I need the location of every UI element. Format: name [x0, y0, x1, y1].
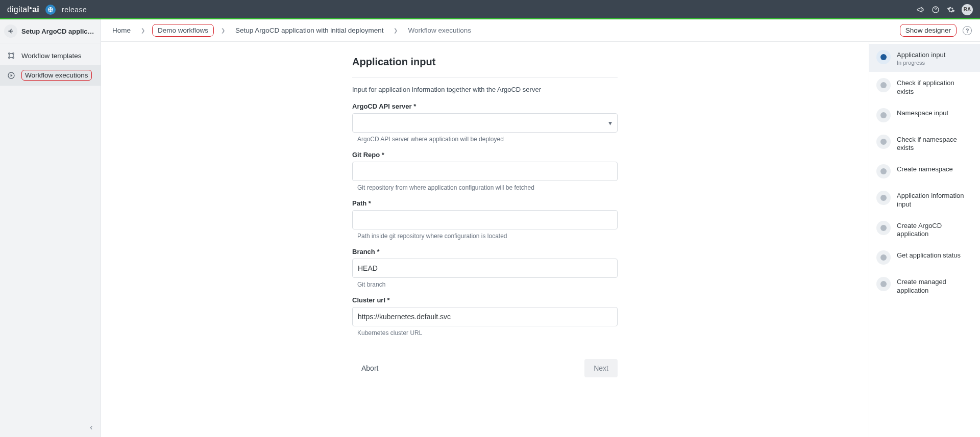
templates-icon: [7, 52, 15, 60]
field-branch: Branch * Git branch: [352, 248, 618, 288]
svg-point-2: [9, 53, 10, 55]
step-status-icon: [876, 164, 891, 178]
step-check-namespace-exists[interactable]: Check if namespace exists: [869, 128, 980, 159]
show-designer-button[interactable]: Show designer: [900, 24, 957, 37]
sidebar-title: Setup ArgoCD applica...: [21, 28, 95, 35]
field-label: ArgoCD API server *: [352, 102, 618, 110]
sidebar-back-button[interactable]: [4, 24, 17, 38]
sidebar-item-label: Workflow templates: [21, 52, 82, 60]
field-label: Cluster url *: [352, 296, 618, 304]
product-label: release: [62, 6, 87, 14]
step-status-icon: [876, 108, 891, 122]
branch-input[interactable]: [352, 259, 618, 278]
form-title: Application input: [352, 56, 618, 78]
field-label: Git Repo *: [352, 151, 618, 159]
svg-point-5: [13, 57, 14, 59]
breadcrumb-template[interactable]: Setup ArgoCD application with initial de…: [232, 25, 386, 35]
step-label: Create namespace: [897, 164, 953, 173]
step-label: Application input: [897, 50, 945, 59]
step-app-info-input[interactable]: Application information input: [869, 185, 980, 215]
step-label: Create managed application: [897, 277, 973, 295]
path-input[interactable]: [352, 210, 618, 229]
brand-dot-icon: [30, 7, 32, 9]
next-button[interactable]: Next: [584, 359, 618, 377]
step-label: Check if application exists: [897, 78, 973, 96]
step-create-managed-app[interactable]: Create managed application: [869, 271, 980, 301]
field-hint: Kubernetes cluster URL: [357, 329, 618, 337]
brand-word-2: ai: [32, 5, 39, 14]
step-label: Application information input: [897, 191, 973, 209]
step-status-icon: [876, 191, 891, 205]
breadcrumb-actions: Show designer ?: [900, 24, 972, 37]
form-description: Input for application information togeth…: [352, 86, 618, 93]
settings-icon[interactable]: [946, 5, 955, 14]
step-label: Get application status: [897, 250, 961, 260]
step-status-icon: [876, 78, 891, 92]
step-status-icon: [876, 135, 891, 149]
help-icon[interactable]: [931, 5, 940, 14]
step-create-argocd-app[interactable]: Create ArgoCD application: [869, 215, 980, 245]
sidebar-collapse-button[interactable]: [86, 423, 96, 433]
cluster-url-input[interactable]: [352, 307, 618, 326]
svg-point-3: [13, 53, 14, 55]
sidebar: Setup ArgoCD applica... Workflow templat…: [0, 19, 101, 437]
sidebar-item-templates[interactable]: Workflow templates: [0, 46, 101, 65]
step-check-app-exists[interactable]: Check if application exists: [869, 72, 980, 102]
step-status-icon: [876, 250, 891, 265]
form-scroll[interactable]: Application input Input for application …: [101, 42, 869, 437]
arrow-left-icon: [7, 28, 14, 35]
steps-panel: Application input In progress Check if a…: [869, 42, 980, 437]
sidebar-item-executions[interactable]: Workflow executions: [0, 65, 101, 86]
chevron-left-icon: [89, 424, 94, 431]
field-label: Branch *: [352, 248, 618, 255]
abort-button[interactable]: Abort: [352, 359, 387, 377]
caret-down-icon: ▾: [608, 119, 612, 127]
topbar: digitalai release RA: [0, 0, 980, 19]
step-create-namespace[interactable]: Create namespace: [869, 158, 980, 185]
sidebar-nav: Workflow templates Workflow executions: [0, 43, 101, 86]
git-repo-input[interactable]: [352, 162, 618, 181]
page-help-icon[interactable]: ?: [963, 26, 972, 35]
step-status-icon: [876, 50, 891, 64]
step-get-app-status[interactable]: Get application status: [869, 244, 980, 271]
breadcrumb-folder[interactable]: Demo workflows: [152, 24, 214, 37]
form-actions: Abort Next: [352, 359, 618, 377]
form: Application input Input for application …: [342, 56, 628, 381]
field-api-server: ArgoCD API server * ▾ ArgoCD API server …: [352, 102, 618, 143]
brand-logo[interactable]: digitalai: [7, 5, 39, 14]
step-label: Create ArgoCD application: [897, 221, 973, 239]
topbar-left: digitalai release: [7, 5, 87, 15]
sidebar-item-label: Workflow executions: [21, 70, 92, 81]
breadcrumb-bar: Home ❯ Demo workflows ❯ Setup ArgoCD app…: [101, 19, 980, 42]
workarea: Application input Input for application …: [101, 42, 980, 437]
main: Home ❯ Demo workflows ❯ Setup ArgoCD app…: [101, 19, 980, 437]
chevron-right-icon: ❯: [141, 28, 145, 33]
announcements-icon[interactable]: [916, 5, 925, 14]
field-git-repo: Git Repo * Git repository from where app…: [352, 151, 618, 191]
svg-point-4: [9, 57, 10, 59]
product-badge-icon: [45, 5, 56, 15]
field-label: Path *: [352, 199, 618, 207]
field-hint: ArgoCD API server where application will…: [357, 136, 618, 143]
step-substatus: In progress: [897, 60, 945, 66]
chevron-right-icon: ❯: [221, 28, 225, 33]
field-path: Path * Path inside git repository where …: [352, 199, 618, 240]
chevron-right-icon: ❯: [394, 28, 398, 33]
user-avatar[interactable]: RA: [962, 4, 973, 15]
breadcrumb-home[interactable]: Home: [109, 25, 134, 35]
field-hint: Git repository from where application co…: [357, 184, 618, 191]
topbar-right: RA: [916, 4, 973, 15]
field-hint: Git branch: [357, 281, 618, 288]
executions-icon: [7, 71, 15, 80]
field-cluster-url: Cluster url * Kubernetes cluster URL: [352, 296, 618, 337]
api-server-select[interactable]: ▾: [352, 113, 618, 133]
breadcrumb-current: Workflow executions: [405, 25, 474, 35]
step-status-icon: [876, 277, 891, 291]
sidebar-header: Setup ArgoCD applica...: [0, 19, 101, 43]
step-application-input[interactable]: Application input In progress: [869, 44, 980, 72]
step-namespace-input[interactable]: Namespace input: [869, 102, 980, 128]
step-status-icon: [876, 221, 891, 235]
step-label: Check if namespace exists: [897, 135, 973, 152]
breadcrumb: Home ❯ Demo workflows ❯ Setup ArgoCD app…: [109, 24, 474, 37]
brand-word-1: digital: [7, 5, 29, 14]
